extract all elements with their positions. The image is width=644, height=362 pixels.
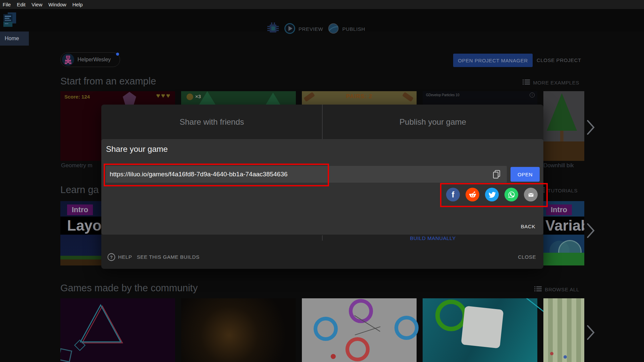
browse-all-button[interactable]: BROWSE ALL: [534, 286, 579, 293]
learn-section-title: Learn ga: [60, 184, 99, 195]
chevron-right-icon[interactable]: [586, 223, 595, 240]
example-label-downhill[interactable]: Downhill bik: [543, 162, 574, 169]
tab-share-with-friends[interactable]: Share with friends: [101, 105, 322, 139]
chevron-right-icon[interactable]: [586, 119, 595, 137]
project-manager-icon[interactable]: [3, 12, 17, 29]
preview-button[interactable]: PREVIEW: [284, 23, 323, 35]
more-examples-button[interactable]: MORE EXAMPLES: [523, 79, 579, 86]
close-project-button[interactable]: CLOSE PROJECT: [537, 54, 581, 67]
annotation-box-social: [440, 183, 548, 207]
ground-strip: [543, 253, 584, 265]
community-thumb-2[interactable]: [181, 298, 296, 362]
copy-icon: [492, 170, 501, 179]
chevron-right-icon[interactable]: [586, 324, 595, 342]
ring-shape: [314, 317, 338, 341]
intro-tag: Intro: [546, 204, 572, 215]
tree-trunk: [560, 131, 564, 141]
examples-section-title: Start from an example: [60, 76, 156, 87]
ball-shape: [331, 354, 336, 359]
see-game-builds-button[interactable]: SEE THIS GAME BUILDS: [137, 252, 200, 262]
community-thumb-3[interactable]: [302, 298, 417, 362]
dot-shape: [564, 355, 567, 359]
example-label-geometry[interactable]: Geometry m: [61, 162, 93, 169]
tutorials-label: TUTORIALS: [548, 188, 578, 193]
menu-file[interactable]: File: [3, 2, 11, 7]
publish-button[interactable]: PUBLISH: [328, 23, 365, 35]
publish-label: PUBLISH: [342, 26, 365, 32]
preview-label: PREVIEW: [299, 26, 323, 32]
dialog-footer: ? HELP SEE THIS GAME BUILDS CLOSE: [101, 252, 543, 262]
monster-shape: [123, 92, 136, 105]
score-label: Score: 124: [64, 94, 90, 100]
community-row: [60, 298, 584, 362]
particles-title: GDevelop Particles 10: [426, 93, 460, 97]
tutorial-thumb-variables[interactable]: Intro Variab +1: [543, 201, 584, 265]
debugger-icon[interactable]: [267, 22, 279, 36]
help-button[interactable]: HELP: [118, 252, 132, 262]
toolbar: PREVIEW PUBLISH: [0, 9, 644, 32]
ring-shape: [394, 316, 419, 340]
tutorial-title: Variab: [545, 217, 584, 235]
browse-all-label: BROWSE ALL: [545, 287, 579, 292]
community-thumb-1[interactable]: [60, 298, 175, 362]
square-shape: [461, 306, 503, 348]
avatar: [62, 54, 74, 66]
tab-home[interactable]: Home: [0, 32, 29, 46]
tree-shape: [547, 93, 577, 131]
svg-text:?: ?: [110, 255, 113, 260]
build-manually-link[interactable]: BUILD MANUALLY: [322, 235, 543, 241]
ring-shape: [345, 337, 370, 361]
ring-shape: [435, 300, 467, 331]
community-thumb-4[interactable]: [423, 298, 537, 362]
tree-shape: [265, 93, 281, 106]
user-profile-chip[interactable]: HelperWesley: [60, 52, 120, 67]
coin-counter: ×3: [195, 94, 201, 99]
open-project-manager-button[interactable]: OPEN PROJECT MANAGER: [453, 54, 533, 67]
intro-tag: Intro: [67, 204, 93, 215]
help-icon[interactable]: ?: [107, 253, 115, 262]
menu-help[interactable]: Help: [72, 2, 83, 7]
share-panel-title: Share your game: [106, 144, 168, 154]
annotation-box-url: [104, 164, 329, 186]
username: HelperWesley: [77, 57, 111, 63]
more-examples-label: MORE EXAMPLES: [533, 80, 579, 85]
community-section-title: Games made by the community: [60, 283, 198, 294]
open-button[interactable]: OPEN: [511, 167, 540, 182]
close-button[interactable]: CLOSE: [518, 252, 536, 262]
needle-shape: [355, 326, 381, 336]
list-icon: [523, 79, 530, 86]
back-button[interactable]: BACK: [521, 224, 535, 229]
play-icon: [284, 23, 296, 35]
coin-icon: [186, 94, 193, 100]
info-icon: i: [530, 93, 535, 98]
list-icon: [534, 286, 542, 293]
gdevelop-window: File Edit View Window Help: [0, 0, 644, 362]
dot-shape: [550, 352, 553, 355]
globe-icon: [328, 23, 339, 35]
menu-bar: File Edit View Window Help: [0, 0, 644, 9]
notification-dot: [116, 53, 119, 56]
dirt-ground: [543, 141, 584, 161]
hearts-icons: ♥♥♥: [156, 92, 171, 100]
menu-window[interactable]: Window: [48, 2, 66, 7]
menu-view[interactable]: View: [32, 2, 42, 7]
example-thumb-downhill[interactable]: [543, 91, 584, 161]
copy-button[interactable]: [491, 169, 502, 180]
community-thumb-5[interactable]: [543, 298, 584, 362]
tab-publish-your-game[interactable]: Publish your game: [322, 105, 543, 139]
menu-edit[interactable]: Edit: [17, 2, 25, 7]
square-shape: [60, 348, 72, 362]
pairs-label: PAIRS: 2: [302, 93, 417, 100]
